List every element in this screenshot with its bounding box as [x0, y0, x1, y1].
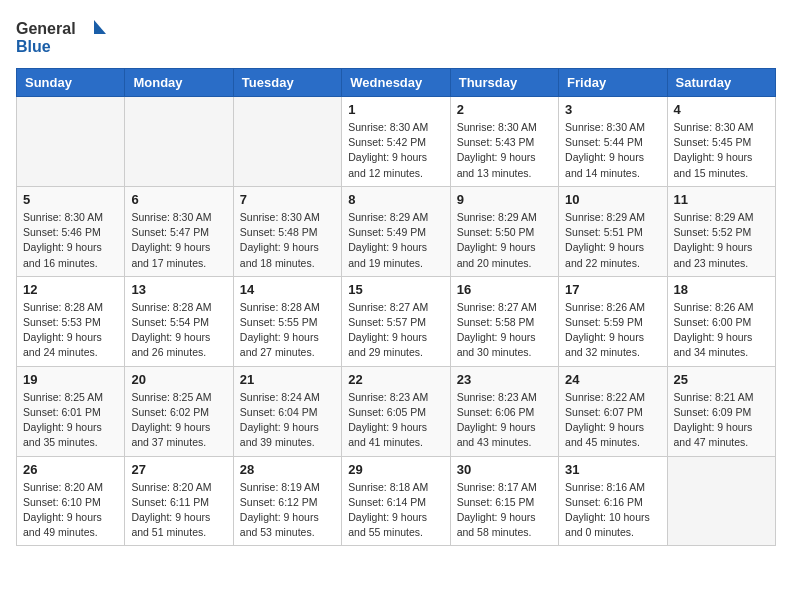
calendar-cell: 9Sunrise: 8:29 AM Sunset: 5:50 PM Daylig…: [450, 186, 558, 276]
calendar-cell: 3Sunrise: 8:30 AM Sunset: 5:44 PM Daylig…: [559, 97, 667, 187]
day-number: 17: [565, 282, 660, 297]
calendar-cell: 12Sunrise: 8:28 AM Sunset: 5:53 PM Dayli…: [17, 276, 125, 366]
calendar-cell: 8Sunrise: 8:29 AM Sunset: 5:49 PM Daylig…: [342, 186, 450, 276]
day-info: Sunrise: 8:30 AM Sunset: 5:46 PM Dayligh…: [23, 210, 118, 271]
calendar-cell: 19Sunrise: 8:25 AM Sunset: 6:01 PM Dayli…: [17, 366, 125, 456]
weekday-header: Thursday: [450, 69, 558, 97]
day-number: 11: [674, 192, 769, 207]
calendar-cell: 5Sunrise: 8:30 AM Sunset: 5:46 PM Daylig…: [17, 186, 125, 276]
day-number: 24: [565, 372, 660, 387]
calendar-cell: 25Sunrise: 8:21 AM Sunset: 6:09 PM Dayli…: [667, 366, 775, 456]
calendar-cell: 18Sunrise: 8:26 AM Sunset: 6:00 PM Dayli…: [667, 276, 775, 366]
day-number: 4: [674, 102, 769, 117]
day-info: Sunrise: 8:17 AM Sunset: 6:15 PM Dayligh…: [457, 480, 552, 541]
day-number: 30: [457, 462, 552, 477]
day-info: Sunrise: 8:24 AM Sunset: 6:04 PM Dayligh…: [240, 390, 335, 451]
day-number: 31: [565, 462, 660, 477]
day-info: Sunrise: 8:28 AM Sunset: 5:55 PM Dayligh…: [240, 300, 335, 361]
calendar-week-row: 1Sunrise: 8:30 AM Sunset: 5:42 PM Daylig…: [17, 97, 776, 187]
calendar-week-row: 26Sunrise: 8:20 AM Sunset: 6:10 PM Dayli…: [17, 456, 776, 546]
calendar-cell: [233, 97, 341, 187]
calendar-cell: 11Sunrise: 8:29 AM Sunset: 5:52 PM Dayli…: [667, 186, 775, 276]
calendar-cell: 20Sunrise: 8:25 AM Sunset: 6:02 PM Dayli…: [125, 366, 233, 456]
day-info: Sunrise: 8:22 AM Sunset: 6:07 PM Dayligh…: [565, 390, 660, 451]
day-info: Sunrise: 8:27 AM Sunset: 5:57 PM Dayligh…: [348, 300, 443, 361]
day-number: 6: [131, 192, 226, 207]
day-number: 22: [348, 372, 443, 387]
calendar-cell: 6Sunrise: 8:30 AM Sunset: 5:47 PM Daylig…: [125, 186, 233, 276]
calendar-cell: 17Sunrise: 8:26 AM Sunset: 5:59 PM Dayli…: [559, 276, 667, 366]
svg-text:Blue: Blue: [16, 38, 51, 55]
day-number: 21: [240, 372, 335, 387]
calendar-cell: 23Sunrise: 8:23 AM Sunset: 6:06 PM Dayli…: [450, 366, 558, 456]
calendar-week-row: 12Sunrise: 8:28 AM Sunset: 5:53 PM Dayli…: [17, 276, 776, 366]
calendar-cell: 10Sunrise: 8:29 AM Sunset: 5:51 PM Dayli…: [559, 186, 667, 276]
day-number: 15: [348, 282, 443, 297]
calendar-cell: 14Sunrise: 8:28 AM Sunset: 5:55 PM Dayli…: [233, 276, 341, 366]
day-number: 3: [565, 102, 660, 117]
calendar-week-row: 19Sunrise: 8:25 AM Sunset: 6:01 PM Dayli…: [17, 366, 776, 456]
calendar-cell: 26Sunrise: 8:20 AM Sunset: 6:10 PM Dayli…: [17, 456, 125, 546]
day-number: 13: [131, 282, 226, 297]
calendar-cell: 16Sunrise: 8:27 AM Sunset: 5:58 PM Dayli…: [450, 276, 558, 366]
day-info: Sunrise: 8:20 AM Sunset: 6:10 PM Dayligh…: [23, 480, 118, 541]
day-info: Sunrise: 8:21 AM Sunset: 6:09 PM Dayligh…: [674, 390, 769, 451]
weekday-header-row: SundayMondayTuesdayWednesdayThursdayFrid…: [17, 69, 776, 97]
day-info: Sunrise: 8:30 AM Sunset: 5:42 PM Dayligh…: [348, 120, 443, 181]
day-number: 28: [240, 462, 335, 477]
day-number: 23: [457, 372, 552, 387]
day-number: 5: [23, 192, 118, 207]
day-info: Sunrise: 8:28 AM Sunset: 5:54 PM Dayligh…: [131, 300, 226, 361]
calendar-cell: 29Sunrise: 8:18 AM Sunset: 6:14 PM Dayli…: [342, 456, 450, 546]
svg-marker-2: [94, 20, 106, 34]
day-info: Sunrise: 8:29 AM Sunset: 5:50 PM Dayligh…: [457, 210, 552, 271]
weekday-header: Tuesday: [233, 69, 341, 97]
weekday-header: Friday: [559, 69, 667, 97]
calendar-cell: 21Sunrise: 8:24 AM Sunset: 6:04 PM Dayli…: [233, 366, 341, 456]
day-number: 25: [674, 372, 769, 387]
day-info: Sunrise: 8:19 AM Sunset: 6:12 PM Dayligh…: [240, 480, 335, 541]
day-info: Sunrise: 8:20 AM Sunset: 6:11 PM Dayligh…: [131, 480, 226, 541]
calendar-cell: 30Sunrise: 8:17 AM Sunset: 6:15 PM Dayli…: [450, 456, 558, 546]
day-info: Sunrise: 8:30 AM Sunset: 5:43 PM Dayligh…: [457, 120, 552, 181]
calendar-cell: [17, 97, 125, 187]
day-info: Sunrise: 8:23 AM Sunset: 6:05 PM Dayligh…: [348, 390, 443, 451]
day-number: 29: [348, 462, 443, 477]
calendar-cell: 7Sunrise: 8:30 AM Sunset: 5:48 PM Daylig…: [233, 186, 341, 276]
weekday-header: Monday: [125, 69, 233, 97]
day-info: Sunrise: 8:28 AM Sunset: 5:53 PM Dayligh…: [23, 300, 118, 361]
calendar-cell: 27Sunrise: 8:20 AM Sunset: 6:11 PM Dayli…: [125, 456, 233, 546]
calendar-cell: 2Sunrise: 8:30 AM Sunset: 5:43 PM Daylig…: [450, 97, 558, 187]
day-info: Sunrise: 8:18 AM Sunset: 6:14 PM Dayligh…: [348, 480, 443, 541]
calendar-cell: 31Sunrise: 8:16 AM Sunset: 6:16 PM Dayli…: [559, 456, 667, 546]
weekday-header: Sunday: [17, 69, 125, 97]
day-number: 2: [457, 102, 552, 117]
day-number: 18: [674, 282, 769, 297]
day-number: 1: [348, 102, 443, 117]
day-number: 12: [23, 282, 118, 297]
day-info: Sunrise: 8:25 AM Sunset: 6:02 PM Dayligh…: [131, 390, 226, 451]
logo-svg: GeneralBlue: [16, 16, 116, 58]
day-info: Sunrise: 8:16 AM Sunset: 6:16 PM Dayligh…: [565, 480, 660, 541]
day-number: 10: [565, 192, 660, 207]
day-info: Sunrise: 8:30 AM Sunset: 5:44 PM Dayligh…: [565, 120, 660, 181]
day-info: Sunrise: 8:30 AM Sunset: 5:45 PM Dayligh…: [674, 120, 769, 181]
day-number: 7: [240, 192, 335, 207]
day-info: Sunrise: 8:30 AM Sunset: 5:48 PM Dayligh…: [240, 210, 335, 271]
logo: GeneralBlue: [16, 16, 116, 58]
day-info: Sunrise: 8:30 AM Sunset: 5:47 PM Dayligh…: [131, 210, 226, 271]
day-number: 8: [348, 192, 443, 207]
calendar-cell: 28Sunrise: 8:19 AM Sunset: 6:12 PM Dayli…: [233, 456, 341, 546]
day-info: Sunrise: 8:26 AM Sunset: 5:59 PM Dayligh…: [565, 300, 660, 361]
day-number: 19: [23, 372, 118, 387]
calendar-cell: 4Sunrise: 8:30 AM Sunset: 5:45 PM Daylig…: [667, 97, 775, 187]
day-info: Sunrise: 8:25 AM Sunset: 6:01 PM Dayligh…: [23, 390, 118, 451]
day-info: Sunrise: 8:23 AM Sunset: 6:06 PM Dayligh…: [457, 390, 552, 451]
weekday-header: Wednesday: [342, 69, 450, 97]
day-number: 16: [457, 282, 552, 297]
weekday-header: Saturday: [667, 69, 775, 97]
day-info: Sunrise: 8:27 AM Sunset: 5:58 PM Dayligh…: [457, 300, 552, 361]
calendar-cell: 13Sunrise: 8:28 AM Sunset: 5:54 PM Dayli…: [125, 276, 233, 366]
calendar-cell: [667, 456, 775, 546]
day-info: Sunrise: 8:26 AM Sunset: 6:00 PM Dayligh…: [674, 300, 769, 361]
